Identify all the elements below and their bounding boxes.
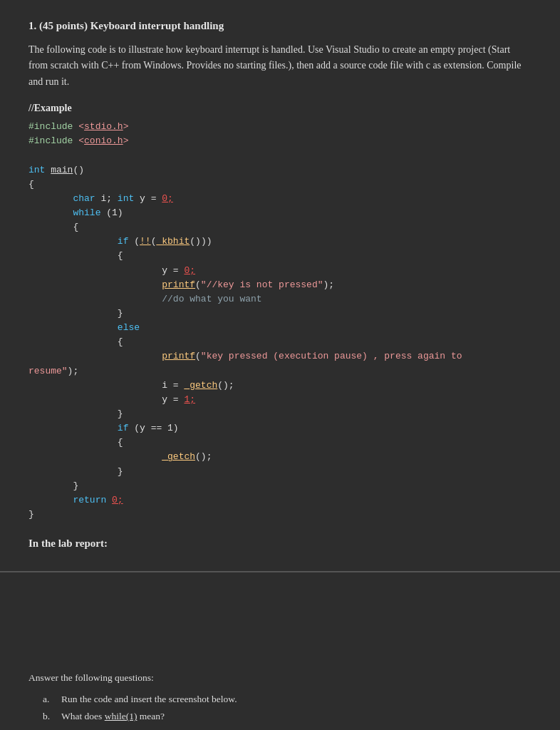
list-item: c. Explain the function _kbhit();: [43, 726, 532, 730]
code-block: #include <stdio.h> #include <conio.h> in…: [28, 118, 532, 523]
list-letter: c.: [43, 726, 56, 730]
question-title: 1. (45 points) Keyboard interrupt handli…: [28, 20, 532, 32]
answer-label: Answer the following questions:: [28, 672, 532, 684]
example-label: //Example: [28, 103, 532, 114]
top-section: 1. (45 points) Keyboard interrupt handli…: [0, 0, 560, 571]
list-letter: a.: [43, 691, 56, 708]
answer-list: a. Run the code and insert the screensho…: [28, 691, 532, 730]
list-text: Run the code and insert the screenshot b…: [61, 691, 237, 708]
description-text: The following code is to illustrate how …: [28, 42, 532, 90]
list-item: b. What does while(1) mean?: [43, 708, 532, 725]
list-letter: b.: [43, 708, 56, 725]
in-lab-report: In the lab report:: [28, 538, 532, 550]
spacer: [0, 572, 560, 637]
list-item: a. Run the code and insert the screensho…: [43, 691, 532, 708]
list-text: Explain the function _kbhit();: [61, 726, 195, 730]
list-text: What does while(1) mean?: [61, 708, 165, 725]
bottom-section: Answer the following questions: a. Run t…: [0, 637, 560, 730]
